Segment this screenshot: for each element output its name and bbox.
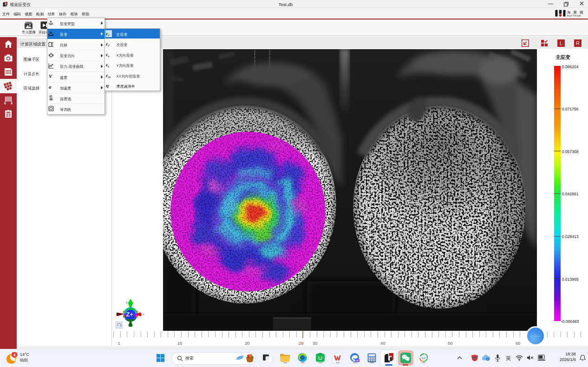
svg-text:4: 4 <box>13 353 16 357</box>
svg-text:GV: GV <box>422 357 426 360</box>
svg-text:HAYTHAM: HAYTHAM <box>567 15 581 17</box>
svg-text:海塞姆: 海塞姆 <box>567 10 584 14</box>
svg-text:Z+: Z+ <box>126 311 134 318</box>
svg-text:AI: AI <box>356 359 359 362</box>
